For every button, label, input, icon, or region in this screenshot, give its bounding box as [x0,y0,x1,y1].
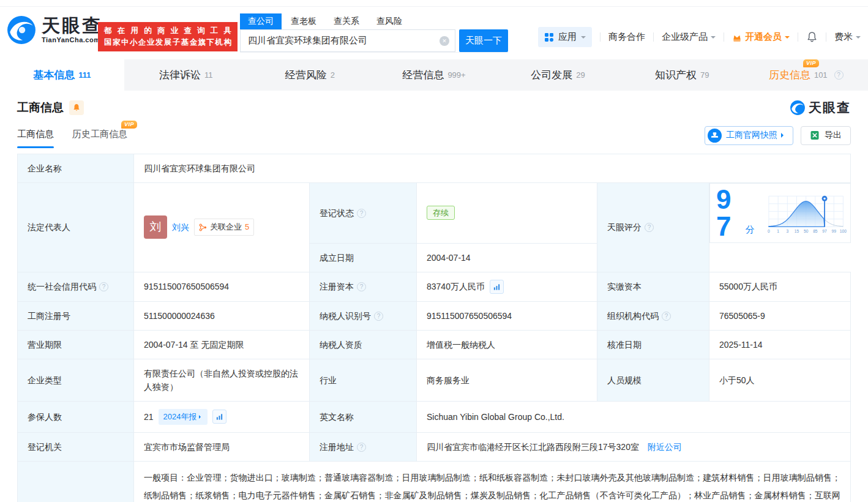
help-icon[interactable] [357,443,366,452]
stamp-icon [708,129,722,143]
tab-business-info[interactable]: 经营信息 999+ [372,59,496,91]
related-companies-badge[interactable]: 关联企业 5 [194,219,254,236]
tianyancha-swirl-icon [6,15,37,45]
vip-badge: VIP [803,59,819,67]
approval-date-label: 核准日期 [597,330,709,359]
apps-grid-icon [544,32,554,42]
bell-icon [806,31,818,43]
industry-value: 商务服务业 [417,359,597,401]
tab-intellectual-property[interactable]: 知识产权 79 [620,59,744,91]
reg-status-label: 登记状态 [310,183,417,244]
status-badge: 存续 [427,206,455,220]
insured-count-value: 21 [144,410,154,424]
tab-basic-info[interactable]: 基本信息 111 [0,59,124,91]
search-button[interactable]: 天眼一下 [459,29,508,52]
business-scope-value: 一般项目：企业管理；货物进出口；玻璃制造；普通玻璃容器制造；日用玻璃制品制造；纸… [134,461,851,502]
search-tab-relation[interactable]: 查关系 [326,13,367,29]
logo-title: 天眼查 [42,17,102,35]
taxpayer-quality-label: 纳税人资质 [310,330,417,359]
tianyancha-swirl-icon [790,100,806,116]
help-icon[interactable] [834,70,844,80]
capital-trend-chart-button[interactable] [490,280,504,294]
top-hairline [0,0,868,7]
svg-text:3: 3 [786,229,788,233]
tab-company-development[interactable]: 公司发展 29 [496,59,620,91]
registration-info-table: 企业名称 四川省宜宾环球集团有限公司 法定代表人 刘 刘兴 关联企 [17,154,851,502]
company-type-value: 有限责任公司（非自然人投资或控股的法人独资） [134,359,310,401]
table-row: 统一社会信用代码 915115007650506594 注册资本 83740万人… [18,272,851,301]
divider [798,32,798,42]
table-row: 登记机关 宜宾市市场监督管理局 注册地址 四川省宜宾市临港经开区长江北路西段附三… [18,432,851,461]
nav-apps[interactable]: 应用 [538,27,592,47]
table-row: 企业类型 有限责任公司（非自然人投资或控股的法人独资） 行业 商务服务业 人员规… [18,359,851,401]
help-icon[interactable] [374,312,383,321]
tab-legal-litigation[interactable]: 法律诉讼 11 [124,59,249,91]
nav-notifications[interactable] [806,31,818,43]
company-type-label: 企业类型 [18,359,134,401]
section-title: 工商信息 [17,100,64,116]
vip-badge: VIP [121,121,137,129]
official-snapshot-button[interactable]: 工商官网快照 [705,126,793,145]
search-tab-boss[interactable]: 查老板 [283,13,324,29]
chevron-down-icon [785,36,790,41]
subtab-label: 历史工商信息 [72,129,127,139]
table-row: 法定代表人 刘 刘兴 关联企业 5 [18,183,851,244]
org-code-value: 76505065-9 [709,301,851,330]
tianyancha-logo[interactable]: 天眼查 TianYanCha.com [6,15,102,45]
excel-icon [810,130,820,140]
nav-open-vip-label: 开通会员 [745,31,782,43]
search-input[interactable] [240,29,455,52]
help-icon[interactable] [99,282,108,291]
divider [826,32,826,42]
bell-icon [72,103,81,112]
chevron-down-icon [856,36,861,41]
tab-count: 101 [814,70,828,80]
related-companies-count: 5 [245,220,249,234]
legal-rep-avatar[interactable]: 刘 [144,215,167,239]
reg-authority-value: 宜宾市市场监督管理局 [134,432,310,461]
search-tab-company[interactable]: 查公司 [240,13,282,29]
table-row: 参保人数 21 2024年报 [18,401,851,432]
help-icon[interactable] [662,312,671,321]
nav-enterprise-label: 企业级产品 [662,31,708,43]
reg-address-cell: 四川省宜宾市临港经开区长江北路西段附三段17号320室 附近公司 [417,432,851,461]
nav-open-vip[interactable]: 开通会员 [732,31,790,43]
export-button[interactable]: 导出 [801,126,851,145]
tab-operation-risk[interactable]: 经营风险 2 [248,59,372,91]
help-icon[interactable] [357,282,366,291]
svg-text:15: 15 [794,229,799,233]
help-icon[interactable] [645,223,654,232]
divider [724,32,724,42]
nearby-companies-link[interactable]: 附近公司 [648,442,682,452]
tab-count: 111 [78,70,91,80]
business-scope-label: 经营范围 [18,461,134,502]
legal-rep-name-link[interactable]: 刘兴 [172,220,189,234]
chevron-down-icon [581,36,586,41]
svg-text:50: 50 [804,229,809,233]
reg-capital-cell: 83740万人民币 [417,272,597,301]
annual-report-badge[interactable]: 2024年报 [159,409,208,425]
nav-user-menu[interactable]: 费米 [834,31,861,43]
clear-search-icon[interactable] [440,36,449,46]
search-tab-risk[interactable]: 查风险 [369,13,410,29]
score-label: 天眼评分 [597,183,709,272]
watermark-text: 天眼查 [809,99,851,116]
subtab-history-registration[interactable]: 历史工商信息 VIP [72,129,127,148]
paid-capital-value: 55000万人民币 [709,272,851,301]
tab-history-info[interactable]: 历史信息 VIP 101 [744,59,868,91]
reg-number-label: 工商注册号 [18,301,134,330]
monitor-bell-button[interactable] [69,100,84,115]
insured-count-label: 参保人数 [18,401,134,432]
export-button-label: 导出 [825,130,842,141]
help-icon[interactable] [357,209,366,218]
taxpayer-quality-value: 增值税一般纳税人 [417,330,597,359]
reg-authority-label: 登记机关 [18,432,134,461]
business-term-value: 2004-07-14 至 无固定期限 [134,330,310,359]
insured-trend-chart-button[interactable] [212,410,226,424]
nav-enterprise[interactable]: 企业级产品 [662,31,716,43]
site-header: 天眼查 TianYanCha.com 都在用的商业查询工具 国家中小企业发展子基… [0,7,868,56]
tab-label: 历史信息 [769,69,810,81]
subtab-current-registration[interactable]: 工商信息 [17,129,54,148]
nav-cooperation[interactable]: 商务合作 [608,31,645,43]
company-name-value: 四川省宜宾环球集团有限公司 [134,154,851,183]
